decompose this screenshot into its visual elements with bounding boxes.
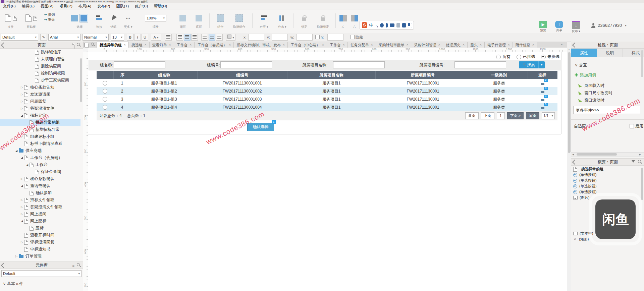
- page-tab[interactable]: 采购计划审批单×: [376, 42, 412, 48]
- radio-icon[interactable]: [517, 55, 521, 59]
- toolbox-icon[interactable]: [408, 23, 412, 27]
- align-middle-button[interactable]: [209, 34, 215, 41]
- align-right-edge[interactable]: 右: [350, 12, 360, 29]
- outline-item[interactable]: (单选按钮): [573, 172, 640, 178]
- align-left-edge[interactable]: 左: [338, 12, 348, 29]
- add-page-icon[interactable]: [74, 43, 74, 49]
- tree-item[interactable]: ▷发送邀请函: [0, 91, 80, 98]
- close-icon[interactable]: ×: [480, 42, 482, 48]
- publish-button[interactable]: ↓ 发布 ▾: [568, 21, 584, 34]
- radio-icon[interactable]: [496, 55, 501, 59]
- w-input[interactable]: [297, 34, 313, 41]
- annotation-badge[interactable]: 4: [544, 95, 548, 98]
- widget-library-select[interactable]: Default▾: [1, 270, 82, 277]
- emoji-icon[interactable]: [380, 23, 384, 27]
- ime-lang-indicator[interactable]: 中: [369, 22, 373, 28]
- search-pages-icon[interactable]: [91, 42, 96, 48]
- distribute-menu[interactable]: 分布 ▾: [274, 12, 290, 29]
- close-icon[interactable]: ×: [283, 42, 285, 48]
- scrollbar-thumb[interactable]: [568, 52, 571, 153]
- confirm-select-button[interactable]: 确认选择 1: [247, 123, 274, 131]
- close-icon[interactable]: ×: [190, 42, 192, 48]
- hide-checkbox[interactable]: 隐藏: [350, 34, 363, 41]
- outline-item[interactable]: (单选按钮): [573, 183, 640, 189]
- connect-tool[interactable]: 连接: [93, 12, 105, 29]
- page-event[interactable]: 页面载入时: [579, 82, 612, 89]
- lock-button[interactable]: 锁定: [297, 12, 311, 29]
- design-canvas[interactable]: 所有已挑选未挑选 搜索 ▼ 组名称:组编号:所属项目名称:所属项目编号: 序组名…: [88, 52, 567, 291]
- scroll-right-icon[interactable]: ▶: [639, 153, 641, 156]
- tree-expanded-icon[interactable]: ◢: [25, 161, 30, 168]
- tree-collapsed-icon[interactable]: ▷: [19, 239, 24, 246]
- tree-collapsed-icon[interactable]: ▷: [19, 196, 24, 203]
- zoom-select[interactable]: 100%▾: [145, 15, 166, 21]
- filter-icon[interactable]: [632, 160, 635, 163]
- page-tab[interactable]: 挑选异常的组×: [97, 42, 129, 48]
- inspector-tab-1[interactable]: 属性: [571, 49, 597, 57]
- tree-expanded-icon[interactable]: ◢: [14, 147, 19, 154]
- close-icon[interactable]: ×: [508, 42, 510, 48]
- close-icon[interactable]: ×: [407, 42, 409, 48]
- pen-tool[interactable]: 钢笔: [107, 12, 119, 29]
- h-input[interactable]: [327, 34, 343, 41]
- select-contain-icon[interactable]: [79, 14, 88, 22]
- x-input[interactable]: [248, 34, 264, 41]
- tree-item[interactable]: ▷订单管理: [0, 253, 80, 260]
- scrollbar-thumb[interactable]: [80, 58, 82, 102]
- tree-item[interactable]: 删除供应商: [0, 63, 80, 70]
- tree-item[interactable]: ▷网上提问: [0, 211, 80, 218]
- page-tab[interactable]: 工作台×: [174, 42, 195, 48]
- scrollbar-thumb[interactable]: [641, 50, 643, 77]
- annotation-badge[interactable]: 3: [544, 87, 548, 90]
- tree-expanded-icon[interactable]: ◢: [19, 218, 24, 225]
- tab-overflow-icon[interactable]: »: [561, 43, 562, 46]
- night-mode-icon[interactable]: [396, 23, 400, 27]
- tree-expanded-icon[interactable]: ◢: [19, 154, 24, 161]
- filter-radio[interactable]: 已挑选: [517, 54, 535, 60]
- pager-button[interactable]: 尾页: [526, 112, 539, 119]
- tree-item[interactable]: 控制访问权限: [0, 70, 80, 77]
- scroll-left-icon[interactable]: ◀: [572, 153, 574, 156]
- bold-button[interactable]: B: [127, 34, 133, 41]
- align-bottom-button[interactable]: [216, 34, 223, 41]
- tree-item[interactable]: ◢邀请书确认: [0, 182, 80, 189]
- close-icon[interactable]: ×: [229, 42, 231, 48]
- tree-collapsed-icon[interactable]: ▷: [19, 133, 24, 140]
- account-menu[interactable]: 2366277930 ▾: [591, 23, 627, 28]
- tree-item[interactable]: 中标通知书: [0, 246, 80, 253]
- sidebar-scrollbar[interactable]: [80, 50, 83, 260]
- tree-item[interactable]: ◢招标异常: [0, 112, 80, 119]
- search-field-input[interactable]: [454, 61, 506, 68]
- select-intersect-icon[interactable]: [71, 15, 78, 21]
- send-to-back[interactable]: 底层: [192, 12, 206, 29]
- tree-collapsed-icon[interactable]: ▷: [19, 98, 24, 105]
- collapse-panel-icon[interactable]: [572, 43, 578, 48]
- tree-item[interactable]: 标书下载情况查看: [0, 140, 80, 147]
- tree-item[interactable]: 保证金查询: [0, 168, 80, 175]
- align-top-button[interactable]: [201, 34, 208, 41]
- close-icon[interactable]: ×: [343, 42, 345, 48]
- skin-icon[interactable]: [402, 23, 406, 27]
- keyboard-icon[interactable]: [390, 23, 394, 27]
- more-tools[interactable]: ••• 更多 ▾: [121, 12, 136, 29]
- fill-color-button[interactable]: ▾: [226, 34, 235, 41]
- add-case-link[interactable]: ✚添加用例: [575, 72, 596, 78]
- table-row[interactable]: 3服务项目1-组3FW201711130001003服务项目1FW2017111…: [97, 95, 557, 103]
- ime-toolbar[interactable]: S 中 ·,: [360, 21, 414, 30]
- italic-button[interactable]: I: [134, 34, 141, 41]
- font-weight-select[interactable]: Normal▾: [83, 34, 109, 41]
- select-action-icon[interactable]: 5: [540, 105, 545, 110]
- tree-item[interactable]: 少于三家供应商: [0, 77, 80, 84]
- collapse-panel-icon[interactable]: [1, 263, 6, 268]
- search-field-input[interactable]: [114, 61, 165, 68]
- inspector-hscrollbar[interactable]: ◀ ▶: [571, 152, 644, 157]
- clipboard-tools[interactable]: 剪贴板: [21, 12, 41, 29]
- ungroup-button[interactable]: 取消组合: [229, 12, 249, 29]
- font-size-select[interactable]: 13▾: [111, 34, 124, 41]
- tree-collapsed-icon[interactable]: ▷: [19, 175, 24, 182]
- menu-icon[interactable]: ≡: [72, 263, 74, 270]
- search-icon[interactable]: [76, 263, 81, 268]
- tree-item[interactable]: 新增招标异常: [0, 126, 80, 133]
- tree-item[interactable]: ▷核心条款告知: [0, 84, 80, 91]
- select-action-icon[interactable]: 4: [540, 97, 545, 102]
